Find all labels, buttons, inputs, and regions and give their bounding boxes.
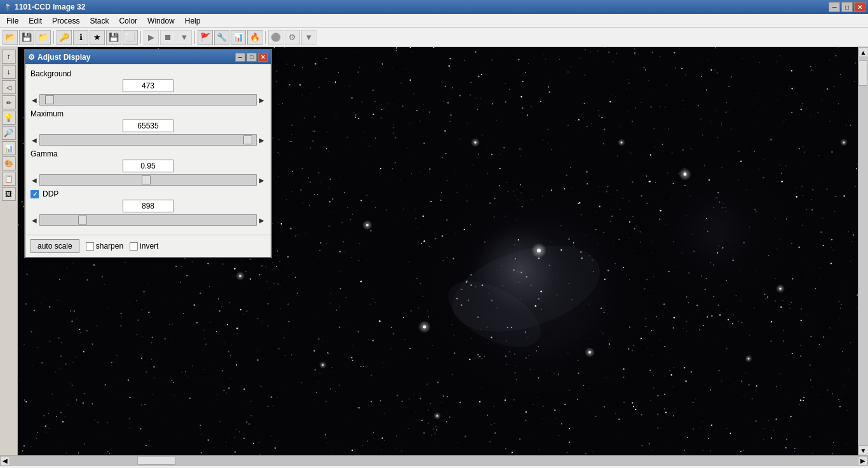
dialog-minimize-btn[interactable]: ─ xyxy=(235,53,245,62)
gamma-slider-thumb[interactable] xyxy=(142,176,151,184)
dialog-footer: auto scale sharpen invert xyxy=(25,235,271,257)
ddp-slider-track[interactable] xyxy=(39,214,257,226)
toolbar-open-btn[interactable]: 📂 xyxy=(3,30,18,45)
tool-image[interactable]: 🖼 xyxy=(2,187,16,201)
maximum-slider-track[interactable] xyxy=(39,134,257,146)
menu-color[interactable]: Color xyxy=(114,15,142,27)
menu-stack[interactable]: Stack xyxy=(85,15,114,27)
status-bar: {Width=2749, Height=2199} bin1x1 6.0 MP … xyxy=(0,465,868,468)
ddp-label: DDP xyxy=(43,189,58,198)
menu-window[interactable]: Window xyxy=(142,15,180,27)
maximum-slider-right-arrow[interactable]: ▶ xyxy=(258,137,266,144)
left-panel: ↑ ↓ ◁ ✏ 💡 🔎 📊 🎨 📋 🖼 xyxy=(0,47,18,455)
toolbar: 📂 💾 📁 🔑 ℹ ★ 💾 ⬜ ▶ ⏹ ▼ 🚩 🔧 📊 🔥 ⚫ ⚙ ▼ xyxy=(0,28,868,47)
sharpen-checkbox-item[interactable]: sharpen xyxy=(86,242,123,251)
main-area: ↑ ↓ ◁ ✏ 💡 🔎 📊 🎨 📋 🖼 ⚙ Adjust Display ─ □… xyxy=(0,47,868,455)
scroll-right-button[interactable]: ▶ xyxy=(858,456,868,466)
image-area[interactable]: ⚙ Adjust Display ─ □ ✕ Background xyxy=(18,47,868,455)
toolbar-chart-btn[interactable]: 📊 xyxy=(231,30,246,45)
dialog-title-bar[interactable]: ⚙ Adjust Display ─ □ ✕ xyxy=(25,50,271,64)
background-slider-thumb[interactable] xyxy=(45,95,54,104)
toolbar-save-btn[interactable]: 💾 xyxy=(19,30,34,45)
toolbar-wrench-btn[interactable]: 🔧 xyxy=(214,30,229,45)
toolbar-key-btn[interactable]: 🔑 xyxy=(57,30,72,45)
dialog-maximize-btn[interactable]: □ xyxy=(247,53,257,62)
tool-zoom[interactable]: 🔎 xyxy=(2,126,16,140)
menu-edit[interactable]: Edit xyxy=(24,15,47,27)
toolbar-play-btn[interactable]: ▶ xyxy=(144,30,159,45)
sharpen-label: sharpen xyxy=(96,242,123,251)
background-input[interactable] xyxy=(123,79,173,92)
maximize-button[interactable]: □ xyxy=(841,2,853,12)
scroll-vertical-track[interactable] xyxy=(858,57,869,445)
tool-chart[interactable]: 📊 xyxy=(2,141,16,155)
tool-select[interactable]: ◁ xyxy=(2,80,16,94)
ddp-section: ✓ DDP ◀ ▶ xyxy=(31,189,266,226)
maximum-slider-left-arrow[interactable]: ◀ xyxy=(31,137,38,144)
maximum-input[interactable] xyxy=(123,120,173,132)
tool-arrow-down[interactable]: ↓ xyxy=(2,65,16,79)
scroll-up-button[interactable]: ▲ xyxy=(858,47,869,57)
invert-label: invert xyxy=(140,242,158,251)
ddp-checkbox[interactable]: ✓ xyxy=(31,190,39,198)
gamma-slider-track[interactable] xyxy=(39,174,257,186)
toolbar-save2-btn[interactable]: 💾 xyxy=(106,30,121,45)
toolbar-dropdown-btn[interactable]: ▼ xyxy=(301,30,316,45)
maximum-slider-thumb[interactable] xyxy=(243,135,252,144)
invert-checkbox[interactable] xyxy=(130,242,138,251)
gamma-section: Gamma ◀ ▶ xyxy=(31,149,266,186)
toolbar-filter-btn[interactable]: ▼ xyxy=(177,30,192,45)
ddp-slider-right-arrow[interactable]: ▶ xyxy=(258,217,266,224)
gamma-slider-right-arrow[interactable]: ▶ xyxy=(258,177,266,184)
scroll-horizontal-thumb[interactable] xyxy=(137,456,175,465)
close-button[interactable]: ✕ xyxy=(854,2,865,12)
title-bar: 🔭 1101-CCD Image 32 ─ □ ✕ xyxy=(0,0,868,14)
menu-file[interactable]: File xyxy=(1,15,24,27)
maximum-label: Maximum xyxy=(31,109,266,118)
toolbar-gear-btn[interactable]: ⚙ xyxy=(285,30,300,45)
gamma-slider-row: ◀ ▶ xyxy=(31,174,266,186)
background-slider-row: ◀ ▶ xyxy=(31,94,266,106)
toolbar-stop-btn[interactable]: ⏹ xyxy=(160,30,175,45)
scroll-down-button[interactable]: ▼ xyxy=(858,445,869,455)
invert-checkbox-item[interactable]: invert xyxy=(130,242,158,251)
toolbar-flag-btn[interactable]: 🚩 xyxy=(198,30,213,45)
background-slider-track[interactable] xyxy=(39,94,257,106)
background-slider-left-arrow[interactable]: ◀ xyxy=(31,97,38,104)
gamma-slider-left-arrow[interactable]: ◀ xyxy=(31,177,38,184)
dialog-icon: ⚙ xyxy=(28,53,35,62)
menu-process[interactable]: Process xyxy=(47,15,85,27)
auto-scale-button[interactable]: auto scale xyxy=(31,239,79,253)
ddp-input[interactable] xyxy=(123,200,173,212)
tool-pencil[interactable]: ✏ xyxy=(2,95,16,109)
scroll-horizontal-track[interactable] xyxy=(10,456,858,466)
vertical-scrollbar[interactable]: ▲ ▼ xyxy=(858,47,868,455)
toolbar-info-btn[interactable]: ℹ xyxy=(73,30,88,45)
background-label: Background xyxy=(31,69,266,78)
window-title: 1101-CCD Image 32 xyxy=(15,3,85,11)
menu-help[interactable]: Help xyxy=(180,15,206,27)
menu-bar: File Edit Process Stack Color Window Hel… xyxy=(0,14,868,28)
minimize-button[interactable]: ─ xyxy=(829,2,840,12)
sharpen-checkbox[interactable] xyxy=(86,242,94,251)
tool-bulb[interactable]: 💡 xyxy=(2,111,16,125)
toolbar-circle-btn[interactable]: ⚫ xyxy=(268,30,283,45)
toolbar-fire-btn[interactable]: 🔥 xyxy=(247,30,262,45)
maximum-slider-row: ◀ ▶ xyxy=(31,134,266,146)
dialog-content: Background ◀ ▶ Maximum xyxy=(25,64,271,235)
gamma-input[interactable] xyxy=(123,160,173,172)
tool-arrow-up[interactable]: ↑ xyxy=(2,50,16,64)
tool-clipboard[interactable]: 📋 xyxy=(2,172,16,186)
tool-color[interactable]: 🎨 xyxy=(2,156,16,170)
toolbar-rect-btn[interactable]: ⬜ xyxy=(123,30,138,45)
scroll-vertical-thumb[interactable] xyxy=(858,60,867,86)
scroll-left-button[interactable]: ◀ xyxy=(0,456,10,466)
toolbar-star-btn[interactable]: ★ xyxy=(90,30,105,45)
toolbar-folder-btn[interactable]: 📁 xyxy=(36,30,51,45)
dialog-close-btn[interactable]: ✕ xyxy=(258,53,268,62)
background-slider-right-arrow[interactable]: ▶ xyxy=(258,97,266,104)
ddp-slider-thumb[interactable] xyxy=(78,216,87,224)
ddp-slider-left-arrow[interactable]: ◀ xyxy=(31,217,38,224)
horizontal-scrollbar[interactable]: ◀ ▶ xyxy=(0,455,868,465)
background-section: Background ◀ ▶ xyxy=(31,69,266,106)
